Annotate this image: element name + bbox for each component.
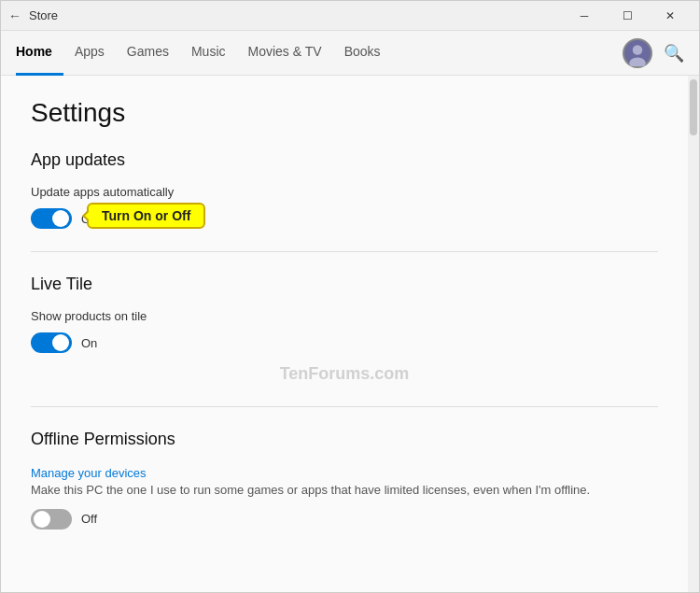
- page-title: Settings: [31, 98, 658, 128]
- minimize-button[interactable]: ─: [563, 1, 606, 31]
- user-avatar[interactable]: [623, 38, 652, 68]
- toggle-knob-offline: [34, 511, 50, 528]
- section-live-tile: Live Tile Show products on tile On: [31, 275, 658, 353]
- search-icon[interactable]: 🔍: [664, 43, 684, 64]
- maximize-button[interactable]: ☐: [606, 1, 649, 31]
- app-window: ← Store ─ ☐ ✕ Home Apps Games Music Movi…: [0, 0, 700, 593]
- watermark: TenForums.com: [31, 364, 658, 384]
- toggle-row-auto-update: Turn On or Off On: [31, 208, 658, 229]
- toggle-text-products-on-tile: On: [81, 336, 97, 350]
- setting-label-products-on-tile: Show products on tile: [31, 309, 658, 323]
- nav-apps[interactable]: Apps: [63, 31, 116, 76]
- callout-tooltip: Turn On or Off: [87, 203, 205, 229]
- divider-2: [31, 406, 658, 407]
- toggle-auto-update[interactable]: [31, 208, 72, 229]
- main-content: Settings App updates Update apps automat…: [1, 76, 699, 592]
- section-offline-permissions: Offline Permissions Manage your devices …: [31, 430, 658, 529]
- section-title-offline-permissions: Offline Permissions: [31, 430, 658, 449]
- nav-right-controls: 🔍: [623, 38, 684, 68]
- content-area: Settings App updates Update apps automat…: [1, 76, 688, 592]
- offline-description: Make this PC the one I use to run some g…: [31, 481, 591, 500]
- nav-bar: Home Apps Games Music Movies & TV Books …: [1, 31, 699, 76]
- toggle-offline[interactable]: [31, 509, 72, 529]
- toggle-knob-auto-update: [52, 210, 69, 227]
- setting-label-auto-update: Update apps automatically: [31, 185, 658, 199]
- nav-music[interactable]: Music: [180, 31, 237, 76]
- toggle-row-products-on-tile: On: [31, 332, 658, 353]
- manage-devices-link[interactable]: Manage your devices: [31, 466, 147, 480]
- nav-home[interactable]: Home: [16, 31, 63, 76]
- divider-1: [31, 251, 658, 252]
- svg-point-1: [633, 45, 643, 55]
- back-button[interactable]: ←: [8, 8, 21, 23]
- window-controls: ─ ☐ ✕: [563, 1, 692, 31]
- section-title-app-updates: App updates: [31, 150, 658, 170]
- toggle-row-offline: Off: [31, 509, 658, 529]
- toggle-text-offline: Off: [81, 512, 97, 526]
- scrollbar-thumb[interactable]: [690, 79, 697, 135]
- callout-wrapper: Turn On or Off: [31, 208, 72, 229]
- nav-movies-tv[interactable]: Movies & TV: [237, 31, 333, 76]
- title-bar: ← Store ─ ☐ ✕: [1, 1, 699, 31]
- toggle-knob-products-on-tile: [52, 334, 69, 351]
- toggle-products-on-tile[interactable]: [31, 332, 72, 353]
- section-title-live-tile: Live Tile: [31, 275, 658, 294]
- scrollbar[interactable]: [688, 76, 699, 592]
- close-button[interactable]: ✕: [649, 1, 692, 31]
- section-app-updates: App updates Update apps automatically Tu…: [31, 150, 658, 229]
- nav-books[interactable]: Books: [333, 31, 392, 76]
- nav-games[interactable]: Games: [116, 31, 180, 76]
- window-title: Store: [29, 8, 563, 22]
